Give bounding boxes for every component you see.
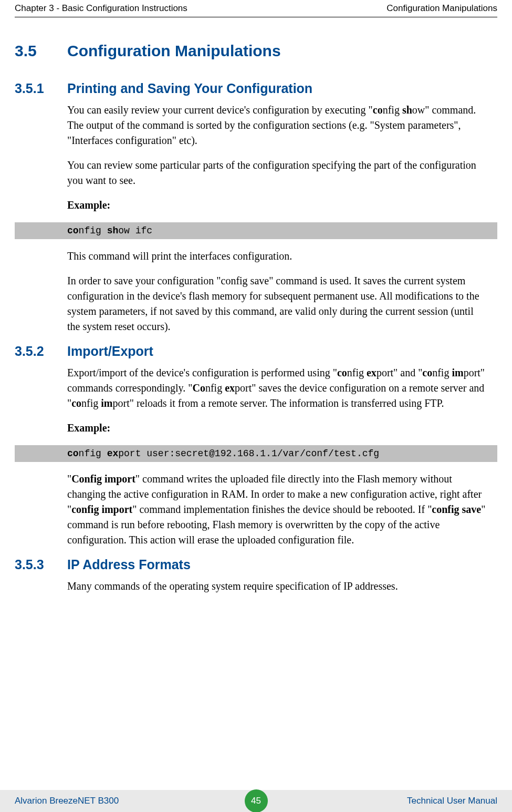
- text-run: port" and ": [377, 367, 422, 378]
- section-number: 3.5: [15, 42, 37, 60]
- example-label: Example:: [67, 198, 487, 213]
- section-3-5-3: 3.5.3 IP Address Formats: [15, 557, 497, 572]
- text-run-bold: Config import: [71, 473, 135, 485]
- text-run: You can easily review your current devic…: [67, 104, 373, 116]
- text-run-bold: ex: [367, 367, 377, 378]
- footer-right: Technical User Manual: [407, 796, 497, 806]
- code-bold: co: [67, 225, 79, 236]
- section-title: Printing and Saving Your Configuration: [67, 81, 497, 96]
- header-right: Configuration Manipulations: [386, 3, 497, 14]
- text-run-bold: Example:: [67, 422, 110, 434]
- text-run-bold: co: [71, 397, 81, 409]
- code-bold: sh: [107, 225, 119, 236]
- text-run-bold: ex: [225, 382, 235, 394]
- text-run: nfig: [205, 382, 225, 394]
- text-run-bold: im: [101, 397, 112, 409]
- text-run-bold: Example:: [67, 199, 110, 211]
- text-run: nfig: [347, 367, 367, 378]
- footer: Alvarion BreezeNET B300 45 Technical Use…: [0, 790, 512, 812]
- section-number: 3.5.1: [15, 81, 44, 96]
- text-run: ": [67, 473, 71, 485]
- code-bold: co: [67, 448, 79, 459]
- page-number: 45: [251, 796, 261, 806]
- text-run-bold: co: [422, 367, 432, 378]
- section-3-5: 3.5 Configuration Manipulations: [15, 42, 497, 60]
- section-title: Configuration Manipulations: [67, 42, 497, 60]
- section-number: 3.5.3: [15, 557, 44, 572]
- section-3-5-1: 3.5.1 Printing and Saving Your Configura…: [15, 81, 497, 96]
- header-left: Chapter 3 - Basic Configuration Instruct…: [15, 3, 187, 14]
- code-run: ow ifc: [118, 225, 152, 236]
- body-paragraph: This command will print the interfaces c…: [67, 249, 487, 264]
- text-run-bold: sh: [402, 104, 412, 116]
- body-paragraph: You can review some particular parts of …: [67, 158, 487, 188]
- code-text: config show ifc: [67, 225, 497, 236]
- code-block: config export user:secret@192.168.1.1/va…: [15, 445, 497, 462]
- body-paragraph: Export/import of the device's configurat…: [67, 365, 487, 411]
- footer-left: Alvarion BreezeNET B300: [15, 796, 119, 806]
- code-text: config export user:secret@192.168.1.1/va…: [67, 448, 497, 459]
- text-run-bold: config save: [432, 503, 481, 515]
- body-paragraph: In order to save your configuration "con…: [67, 273, 487, 334]
- code-run: port user:secret@192.168.1.1/var/conf/te…: [118, 448, 379, 459]
- section-3-5-2: 3.5.2 Import/Export: [15, 344, 497, 359]
- text-run-bold: Co: [193, 382, 205, 394]
- page-number-badge: 45: [245, 789, 268, 812]
- section-title: IP Address Formats: [67, 557, 497, 572]
- text-run: nfig: [383, 104, 402, 116]
- example-label: Example:: [67, 420, 487, 436]
- text-run-bold: im: [452, 367, 463, 378]
- code-run: nfig: [79, 448, 107, 459]
- text-run-bold: config import: [71, 503, 132, 515]
- header-rule: [15, 17, 497, 17]
- text-run: " command implementation finishes the de…: [132, 503, 432, 515]
- code-run: nfig: [79, 225, 107, 236]
- code-block: config show ifc: [15, 222, 497, 239]
- text-run: port" reloads it from a remote server. T…: [113, 397, 444, 409]
- body-paragraph: You can easily review your current devic…: [67, 102, 487, 148]
- text-run: Export/import of the device's configurat…: [67, 367, 337, 378]
- code-bold: ex: [107, 448, 119, 459]
- section-title: Import/Export: [67, 344, 497, 359]
- text-run-bold: co: [373, 104, 383, 116]
- text-run-bold: co: [337, 367, 347, 378]
- text-run: nfig: [81, 397, 101, 409]
- text-run: nfig: [432, 367, 452, 378]
- section-number: 3.5.2: [15, 344, 44, 359]
- body-paragraph: "Config import" command writes the uploa…: [67, 471, 487, 548]
- body-paragraph: Many commands of the operating system re…: [67, 579, 487, 594]
